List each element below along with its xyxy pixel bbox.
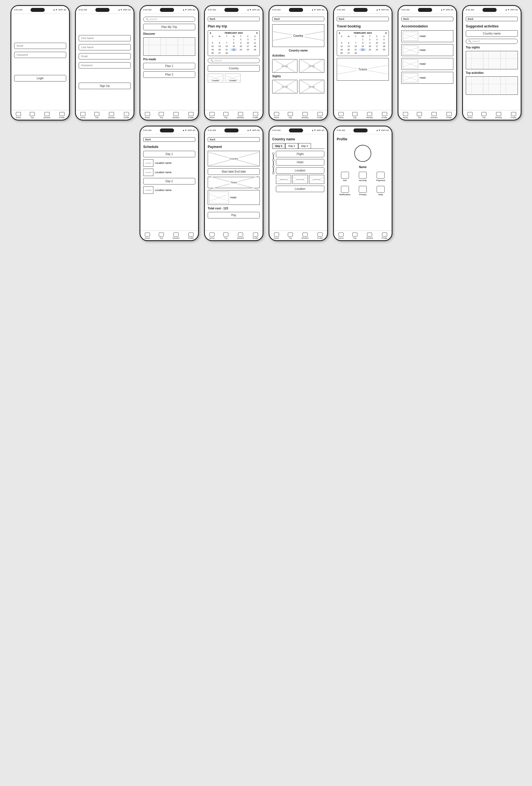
nav-wishlist-pr[interactable]: Wishlist <box>366 233 373 239</box>
profile-payment-item[interactable]: Payment <box>373 172 389 182</box>
nav-wishlist-cd[interactable]: Wishlist <box>302 233 308 239</box>
nav-trip-sug[interactable]: Trip <box>481 112 486 119</box>
back-btn-sch[interactable]: Back <box>143 137 195 142</box>
back-btn-sug[interactable]: Back <box>466 17 518 21</box>
nav-wishlist-plan[interactable]: Wishlist <box>237 112 244 119</box>
nav-trip-pay[interactable]: Trip <box>223 233 228 239</box>
nav-profile-cd[interactable]: Profile <box>317 233 323 239</box>
nav-wishlist-login[interactable]: Wishlist <box>44 112 50 119</box>
back-btn-pay[interactable]: Back <box>208 137 260 142</box>
nav-trip-c[interactable]: Trip <box>288 112 293 119</box>
nav-wishlist-tb[interactable]: Wishlist <box>366 112 373 119</box>
nav-profile-pr[interactable]: Profile <box>382 233 387 239</box>
plan1-button[interactable]: Plan 1 <box>143 63 195 69</box>
nav-trip-plan[interactable]: Trip <box>223 112 228 119</box>
back-btn-tb[interactable]: Back <box>337 17 389 21</box>
nav-profile-sch[interactable]: Profile <box>188 233 194 239</box>
nav-trip-h[interactable]: Trip <box>159 112 164 119</box>
nav-home-h[interactable]: Home <box>145 112 150 119</box>
nav-home-cd[interactable]: Home <box>274 233 279 239</box>
plan2-button[interactable]: Plan 2 <box>143 71 195 78</box>
back-btn-plan[interactable]: Back <box>208 17 260 21</box>
nav-trip-pr[interactable]: Trip <box>352 233 357 239</box>
day2-btn[interactable]: Day 2 <box>143 178 195 184</box>
location2-btn[interactable]: Location <box>276 186 324 192</box>
profile-security-item[interactable]: security <box>354 172 371 182</box>
hotel-item-4[interactable]: Hotel <box>401 72 453 84</box>
nav-home-login[interactable]: Home <box>16 112 21 119</box>
signup-button[interactable]: Sign Up <box>79 83 131 89</box>
profile-info-item[interactable]: Info <box>337 172 353 182</box>
privacy-icon <box>359 186 367 193</box>
nav-wishlist-pay[interactable]: Wishlist <box>237 233 244 239</box>
tb-cal-prev[interactable]: ◄ <box>338 32 341 34</box>
country-button[interactable]: Country <box>208 65 260 72</box>
login-button[interactable]: Login <box>14 75 66 82</box>
nav-trip-cd[interactable]: Trip <box>288 233 293 239</box>
profile-notification-item[interactable]: Notification <box>337 186 353 196</box>
nav-home-c[interactable]: Home <box>274 112 279 119</box>
password-field[interactable] <box>14 52 66 58</box>
signup-email-field[interactable] <box>79 53 131 60</box>
nav-home-sch[interactable]: Home <box>145 233 150 239</box>
hotel-btn[interactable]: Hotel <box>276 159 324 165</box>
nav-profile-acc[interactable]: Profile <box>446 112 452 119</box>
nav-profile-h[interactable]: Profile <box>188 112 194 119</box>
phone-signup: 9:52 AM ▲▼ WiFi 80 Sign Up Home Trip Wis… <box>75 5 134 120</box>
back-btn-country[interactable]: Back <box>272 17 324 21</box>
nav-home-pr[interactable]: Home <box>338 233 344 239</box>
nav-trip-acc[interactable]: Trip <box>417 112 422 119</box>
nav-trip-sch[interactable]: Trip <box>159 233 164 239</box>
back-btn-acc[interactable]: Back <box>401 17 453 21</box>
nav-wishlist-signup[interactable]: Wishlist <box>108 112 115 119</box>
plan-search[interactable]: 🔍 search <box>208 58 260 63</box>
hotel-item-2[interactable]: Hotel <box>401 44 453 56</box>
nav-home-signup[interactable]: Home <box>80 112 86 119</box>
first-name-field[interactable] <box>79 35 131 41</box>
nav-wishlist-acc[interactable]: Wishlist <box>431 112 438 119</box>
nav-home-sug[interactable]: Home <box>467 112 472 119</box>
pay-button[interactable]: Pay <box>208 212 260 218</box>
plan-my-trip-button[interactable]: Plan My Trip <box>143 24 195 30</box>
day-tab-1[interactable]: Day 1 <box>272 143 285 148</box>
flight-btn[interactable]: Flight <box>276 151 324 157</box>
restaurant-2[interactable]: restaurant <box>292 175 307 184</box>
day1-btn[interactable]: Day 1 <box>143 151 195 157</box>
nav-profile-plan[interactable]: Profile <box>253 112 258 119</box>
profile-privacy-item[interactable]: Privacy <box>354 186 371 196</box>
nav-wishlist-sug[interactable]: Wishlist <box>495 112 502 119</box>
nav-home-pay[interactable]: Home <box>209 233 214 239</box>
nav-trip-signup[interactable]: Trip <box>94 112 99 119</box>
nav-trip-tb[interactable]: Trip <box>352 112 357 119</box>
profile-help-item[interactable]: Help <box>373 186 389 196</box>
last-name-field[interactable] <box>79 44 131 50</box>
sug-search[interactable]: 🔍 search <box>466 39 518 44</box>
email-field[interactable] <box>14 43 66 49</box>
nav-profile-tb[interactable]: Profile <box>382 112 387 119</box>
signup-password-field[interactable] <box>79 62 131 68</box>
nav-profile-pay[interactable]: Profile <box>253 233 258 239</box>
nav-profile-signup[interactable]: Profile <box>124 112 129 119</box>
nav-home-acc[interactable]: Home <box>403 112 408 119</box>
home-search[interactable]: 🔍 search <box>143 17 195 22</box>
restaurant-1[interactable]: restaurant <box>276 175 291 184</box>
nav-home-plan[interactable]: Home <box>209 112 214 119</box>
nav-wishlist-h[interactable]: Wishlist <box>172 112 179 119</box>
hotel-item-3[interactable]: Hotel <box>401 58 453 70</box>
nav-profile-sug[interactable]: Profile <box>511 112 516 119</box>
location-btn[interactable]: Location <box>276 167 324 174</box>
nav-trip-login[interactable]: Trip <box>30 112 35 119</box>
country-name-btn[interactable]: Country name <box>466 30 518 37</box>
nav-profile-login[interactable]: Profile <box>59 112 65 119</box>
hotel-item-1[interactable]: Hotel <box>401 30 453 42</box>
tb-cal-next[interactable]: ► <box>385 32 387 34</box>
day-tab-3[interactable]: Day 3 <box>298 143 311 148</box>
day-tab-2[interactable]: Day 2 <box>285 143 298 148</box>
nav-wishlist-c[interactable]: Wishlist <box>302 112 308 119</box>
nav-wishlist-sch[interactable]: Wishlist <box>172 233 179 239</box>
nav-profile-c[interactable]: Profile <box>317 112 323 119</box>
cal-prev[interactable]: ◄ <box>209 32 211 34</box>
cal-next[interactable]: ► <box>256 32 258 34</box>
nav-home-tb[interactable]: Home <box>338 112 344 119</box>
restaurant-3[interactable]: restaurant <box>309 175 324 184</box>
